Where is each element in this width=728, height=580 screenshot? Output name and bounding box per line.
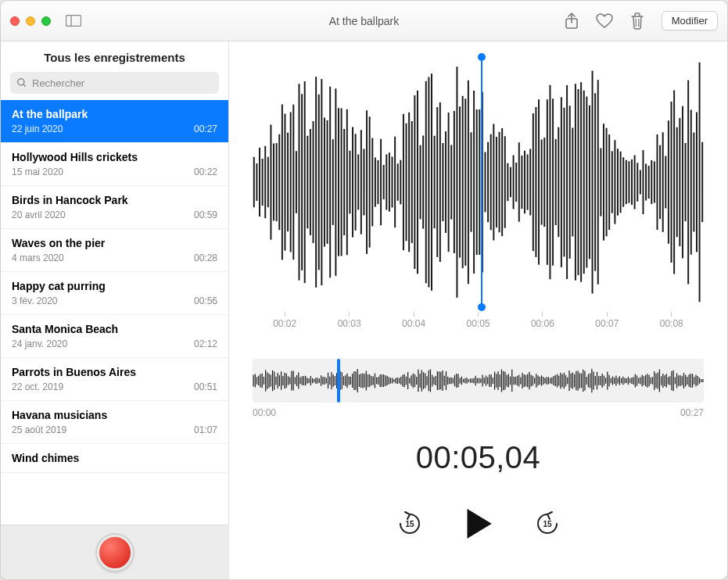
svg-text:15: 15 bbox=[405, 520, 414, 528]
recording-title: Parrots in Buenos Aires bbox=[12, 366, 217, 378]
app-window: At the ballpark Modifier bbox=[0, 0, 728, 580]
waveform-overview[interactable] bbox=[253, 359, 704, 403]
skip-forward-icon: 15 bbox=[534, 510, 561, 537]
sidebar-header: Tous les enregistrements bbox=[1, 41, 228, 72]
recording-meta: 25 août 201901:07 bbox=[12, 424, 217, 435]
recording-title: Waves on the pier bbox=[12, 237, 217, 249]
recording-date: 22 oct. 2019 bbox=[12, 381, 63, 392]
recording-date: 15 mai 2020 bbox=[12, 166, 63, 177]
overview-end-label: 00:27 bbox=[680, 407, 704, 418]
ruler-tick: 00:07 bbox=[595, 312, 619, 329]
recording-item[interactable]: Wind chimes bbox=[1, 444, 228, 473]
recording-duration: 00:28 bbox=[194, 252, 217, 263]
ruler-tick: 00:04 bbox=[402, 312, 425, 329]
recording-item[interactable]: Birds in Hancock Park20 avril 202000:59 bbox=[1, 186, 228, 229]
recording-item[interactable]: Waves on the pier4 mars 202000:28 bbox=[1, 229, 228, 272]
waveform-overview-svg bbox=[253, 359, 704, 403]
recording-duration: 00:56 bbox=[194, 295, 217, 306]
sidebar-footer bbox=[1, 525, 228, 579]
play-icon bbox=[465, 509, 492, 539]
recording-title: Havana musicians bbox=[12, 409, 217, 421]
search-wrap bbox=[1, 72, 228, 100]
timecode-display: 00:05,04 bbox=[229, 440, 727, 475]
trash-icon bbox=[630, 13, 644, 30]
recording-meta: 22 oct. 201900:51 bbox=[12, 381, 217, 392]
recording-date: 22 juin 2020 bbox=[12, 124, 63, 134]
recording-title: Birds in Hancock Park bbox=[12, 194, 217, 206]
share-button[interactable] bbox=[565, 13, 579, 30]
delete-button[interactable] bbox=[630, 13, 644, 30]
recording-duration: 00:22 bbox=[194, 166, 217, 177]
toolbar-right: Modifier bbox=[565, 11, 718, 30]
recording-title: Wind chimes bbox=[12, 452, 217, 464]
recording-date: 25 août 2019 bbox=[12, 424, 66, 435]
playback-controls: 15 15 bbox=[229, 507, 727, 541]
recording-date: 3 fév. 2020 bbox=[12, 295, 58, 306]
ruler-tick: 00:08 bbox=[660, 312, 683, 329]
content-body: Tous les enregistrements At the ballpark… bbox=[1, 41, 727, 579]
minimize-window-button[interactable] bbox=[26, 16, 35, 26]
recording-item[interactable]: Parrots in Buenos Aires22 oct. 201900:51 bbox=[1, 358, 228, 401]
recording-date: 4 mars 2020 bbox=[12, 252, 64, 263]
sidebar: Tous les enregistrements At the ballpark… bbox=[1, 41, 229, 579]
recording-item[interactable]: Happy cat purring3 fév. 202000:56 bbox=[1, 272, 228, 315]
titlebar: At the ballpark Modifier bbox=[1, 1, 727, 41]
svg-text:15: 15 bbox=[543, 520, 552, 528]
heart-icon bbox=[596, 13, 613, 29]
share-icon bbox=[565, 13, 579, 30]
recording-title: At the ballpark bbox=[12, 108, 217, 120]
record-button[interactable] bbox=[97, 535, 133, 571]
time-ruler: 00:0200:0300:0400:0500:0600:0700:08 bbox=[253, 312, 704, 335]
svg-rect-0 bbox=[66, 16, 81, 27]
ruler-tick: 00:03 bbox=[338, 312, 361, 329]
ruler-tick: 00:05 bbox=[466, 312, 490, 329]
waveform-zoom[interactable] bbox=[253, 57, 704, 307]
skip-back-button[interactable]: 15 bbox=[396, 510, 424, 538]
recording-item[interactable]: Hollywood Hills crickets15 mai 202000:22 bbox=[1, 143, 228, 186]
play-button[interactable] bbox=[461, 507, 496, 541]
recording-meta: 20 avril 202000:59 bbox=[12, 209, 217, 220]
recording-item[interactable]: Santa Monica Beach24 janv. 202002:12 bbox=[1, 315, 228, 358]
recording-duration: 02:12 bbox=[194, 338, 217, 349]
recording-duration: 00:27 bbox=[194, 124, 217, 134]
sidebar-icon bbox=[66, 15, 81, 27]
recording-meta: 3 fév. 202000:56 bbox=[12, 295, 217, 306]
skip-forward-button[interactable]: 15 bbox=[533, 510, 561, 538]
recording-meta: 4 mars 202000:28 bbox=[12, 252, 217, 263]
edit-button[interactable]: Modifier bbox=[662, 11, 718, 30]
recording-date: 24 janv. 2020 bbox=[12, 338, 67, 349]
close-window-button[interactable] bbox=[10, 16, 20, 26]
recording-title: Hollywood Hills crickets bbox=[12, 151, 217, 163]
recording-item[interactable]: At the ballpark22 juin 202000:27 bbox=[1, 100, 228, 143]
recording-meta: 24 janv. 202002:12 bbox=[12, 338, 217, 349]
window-controls bbox=[10, 16, 51, 26]
svg-marker-426 bbox=[467, 509, 491, 539]
recording-title: Santa Monica Beach bbox=[12, 323, 217, 335]
recording-title: Happy cat purring bbox=[12, 280, 217, 292]
ruler-tick: 00:06 bbox=[531, 312, 554, 329]
recordings-list: At the ballpark22 juin 202000:27Hollywoo… bbox=[1, 100, 228, 525]
search-input[interactable] bbox=[10, 72, 219, 94]
waveform-zoom-svg bbox=[253, 57, 704, 307]
overview-labels: 00:00 00:27 bbox=[253, 407, 704, 418]
main-panel: 00:0200:0300:0400:0500:0600:0700:08 00:0… bbox=[229, 41, 727, 579]
recording-item[interactable]: Havana musicians25 août 201901:07 bbox=[1, 401, 228, 444]
recording-duration: 01:07 bbox=[194, 424, 217, 435]
fullscreen-window-button[interactable] bbox=[41, 16, 51, 26]
recording-meta: 15 mai 202000:22 bbox=[12, 166, 217, 177]
favorite-button[interactable] bbox=[596, 13, 613, 29]
toggle-sidebar-button[interactable] bbox=[65, 15, 82, 27]
overview-playhead[interactable] bbox=[337, 359, 340, 403]
ruler-tick: 00:02 bbox=[273, 312, 296, 329]
skip-back-icon: 15 bbox=[396, 510, 423, 537]
recording-meta: 22 juin 202000:27 bbox=[12, 124, 217, 134]
playhead[interactable] bbox=[481, 57, 482, 307]
recording-date: 20 avril 2020 bbox=[12, 209, 66, 220]
overview-wrap: 00:00 00:27 bbox=[253, 359, 704, 418]
overview-start-label: 00:00 bbox=[253, 407, 276, 418]
recording-duration: 00:59 bbox=[194, 209, 217, 220]
recording-duration: 00:51 bbox=[194, 381, 217, 392]
